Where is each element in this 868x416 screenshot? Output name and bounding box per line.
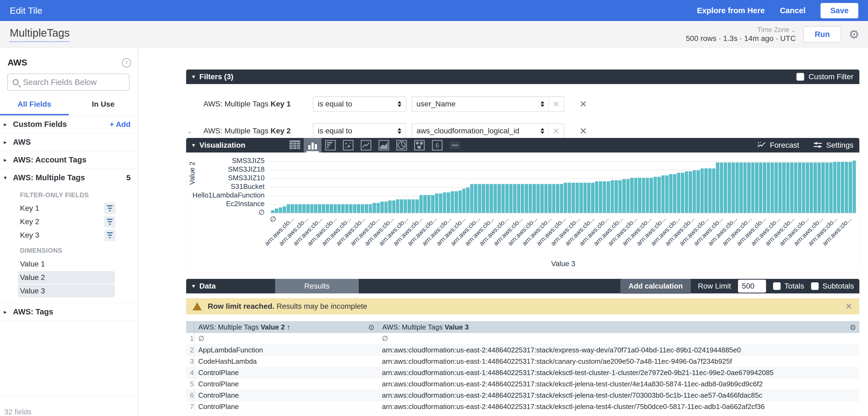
forecast-sparkle-icon <box>757 141 766 149</box>
field-value-1[interactable]: Value 1 <box>18 257 115 271</box>
single-value-icon[interactable]: 6 <box>428 138 446 152</box>
sort-ascending-icon: ↑ <box>285 323 290 331</box>
sidebar-section-aws-multiple-tags[interactable]: ▾ AWS: Multiple Tags 5 <box>0 169 137 186</box>
field-picker-sidebar: AWS ‹ All Fields In Use ▸ Custom Fields … <box>0 48 138 416</box>
dimensions-label: DIMENSIONS <box>0 242 137 257</box>
filter-value-combo[interactable]: user_Name ✕ <box>412 96 564 112</box>
warning-icon <box>193 302 202 310</box>
data-title: Data <box>199 282 216 290</box>
row-limit-input[interactable] <box>738 280 766 292</box>
field-key-2[interactable]: Key 2 <box>0 215 137 229</box>
run-button[interactable]: Run <box>803 26 841 42</box>
field-key-3[interactable]: Key 3 <box>0 229 137 242</box>
field-value-2[interactable]: Value 2 <box>18 271 115 284</box>
settings-button[interactable]: Settings <box>813 141 854 149</box>
line-chart-icon[interactable] <box>357 138 375 152</box>
custom-filter-label: Custom Filter <box>809 72 854 81</box>
fields-in-use-count: 5 <box>126 174 130 182</box>
query-title[interactable]: MultipleTags <box>10 27 70 42</box>
scatter-icon[interactable] <box>339 138 357 152</box>
visualization-header[interactable]: ▾ Visualization <box>186 138 859 152</box>
select-arrows-icon <box>540 101 544 107</box>
field-search-box[interactable] <box>7 74 129 91</box>
chart-bars[interactable] <box>271 160 856 213</box>
tab-in-use[interactable]: In Use <box>69 100 137 115</box>
filter-only-fields-label: FILTER-ONLY FIELDS <box>0 186 137 202</box>
column-header-value-3[interactable]: AWS: Multiple Tags Value 3 ⚙ <box>378 321 859 333</box>
filter-operator-select[interactable]: is equal to <box>313 96 406 112</box>
column-gear-icon[interactable]: ⚙ <box>368 323 375 332</box>
caret-down-icon: ▾ <box>4 174 13 181</box>
table-row[interactable]: 1 ∅ ∅ <box>186 333 859 344</box>
filter-value-combo[interactable]: aws_cloudformation_logical_id ✕ <box>412 123 564 138</box>
totals-checkbox[interactable] <box>773 282 781 290</box>
filter-operator-select[interactable]: is equal to <box>313 123 406 138</box>
clear-value-icon[interactable]: ✕ <box>548 124 564 138</box>
column-gear-icon[interactable]: ⚙ <box>849 323 856 332</box>
tab-all-fields[interactable]: All Fields <box>0 100 69 115</box>
tab-results[interactable]: Results <box>275 279 359 293</box>
map-icon[interactable] <box>410 138 428 152</box>
sidebar-section-aws-tags[interactable]: ▸ AWS: Tags <box>0 303 137 321</box>
caret-right-icon: ▸ <box>4 309 13 315</box>
explore-from-here-link[interactable]: Explore from Here <box>697 6 765 15</box>
collapse-sidebar-icon[interactable]: ‹ <box>122 58 131 67</box>
filter-row-key-1: AWS: Multiple Tags Key 1 is equal to use… <box>186 91 859 117</box>
add-calculation-button[interactable]: Add calculation <box>620 279 691 294</box>
close-icon[interactable]: ✕ <box>845 301 852 311</box>
search-icon <box>13 79 19 85</box>
visualization-title: Visualization <box>199 141 245 149</box>
bar-chart-icon[interactable] <box>321 138 339 152</box>
table-row[interactable]: 7 ControlPlane arn:aws:cloudformation:us… <box>186 401 859 412</box>
totals-toggle[interactable]: Totals <box>773 282 804 290</box>
y-axis-labels: ∅Ec2InstanceHello1LambdaFunctionS31Bucke… <box>186 160 267 213</box>
row-limit-label: Row Limit <box>698 282 731 290</box>
select-arrows-icon <box>540 128 544 134</box>
table-icon[interactable] <box>286 138 304 152</box>
save-button[interactable]: Save <box>820 3 858 18</box>
sidebar-section-aws[interactable]: ▸ AWS <box>0 133 137 151</box>
data-header[interactable]: ▾ Data Results Add calculation Row Limit… <box>186 279 859 293</box>
table-row[interactable]: 4 ControlPlane arn:aws:cloudformation:us… <box>186 367 859 378</box>
more-icon[interactable] <box>446 138 464 152</box>
pie-chart-icon[interactable] <box>393 138 410 152</box>
sidebar-section-aws-account-tags[interactable]: ▸ AWS: Account Tags <box>0 151 137 169</box>
cancel-button[interactable]: Cancel <box>780 6 805 15</box>
table-row[interactable]: 2 AppLambdaFunction arn:aws:cloudformati… <box>186 344 859 356</box>
bar-chart: Value 2 ∅Ec2InstanceHello1LambdaFunction… <box>186 152 859 272</box>
area-chart-icon[interactable] <box>375 138 393 152</box>
caret-right-icon: ▸ <box>4 121 13 128</box>
table-row[interactable]: 3 CodeHashLambda arn:aws:cloudformation:… <box>186 356 859 367</box>
table-row[interactable]: 5 ControlPlane arn:aws:cloudformation:us… <box>186 378 859 390</box>
timezone-dropdown[interactable]: Time Zone ⌄ <box>757 26 796 34</box>
fields-count-footer: 32 fields <box>4 408 32 416</box>
results-table: AWS: Multiple Tags Value 2 ↑ ⚙ AWS: Mult… <box>186 321 859 413</box>
remove-filter-icon[interactable]: ✕ <box>579 126 587 136</box>
query-bar: MultipleTags Time Zone ⌄ 500 rows · 1.3s… <box>0 21 868 48</box>
column-chart-icon[interactable] <box>304 138 321 152</box>
viz-type-switcher: 6 <box>286 138 464 152</box>
filter-row-key-2: ⌄ AWS: Multiple Tags Key 2 is equal to a… <box>186 117 859 138</box>
filter-icon[interactable] <box>104 229 116 241</box>
caret-down-icon: ▾ <box>192 142 195 149</box>
filters-header[interactable]: ▾ Filters (3) Custom Filter <box>186 70 859 84</box>
custom-filter-checkbox[interactable] <box>796 73 804 81</box>
remove-filter-icon[interactable]: ✕ <box>579 99 587 109</box>
x-axis-labels: ∅arn:aws:clo...arn:aws:clo...arn:aws:clo… <box>270 215 857 258</box>
table-row[interactable]: 6 ControlPlane arn:aws:cloudformation:us… <box>186 390 859 401</box>
subtotals-checkbox[interactable] <box>811 282 819 290</box>
field-key-1[interactable]: Key 1 <box>0 202 137 215</box>
field-value-3[interactable]: Value 3 <box>18 284 115 298</box>
filter-icon[interactable] <box>104 202 116 214</box>
top-bar: Edit Tile Explore from Here Cancel Save <box>0 0 868 21</box>
subtotals-toggle[interactable]: Subtotals <box>811 282 854 290</box>
filter-icon[interactable] <box>104 216 116 228</box>
clear-value-icon[interactable]: ✕ <box>548 97 564 111</box>
add-custom-field-button[interactable]: + Add <box>110 120 130 129</box>
column-header-value-2[interactable]: AWS: Multiple Tags Value 2 ↑ ⚙ <box>194 321 378 333</box>
sidebar-section-custom-fields[interactable]: ▸ Custom Fields + Add <box>0 115 137 133</box>
row-limit-warning: Row limit reached. Results may be incomp… <box>186 298 859 314</box>
search-input[interactable] <box>23 78 124 87</box>
gear-icon[interactable]: ⚙ <box>849 29 859 40</box>
forecast-button[interactable]: Forecast <box>757 141 799 149</box>
